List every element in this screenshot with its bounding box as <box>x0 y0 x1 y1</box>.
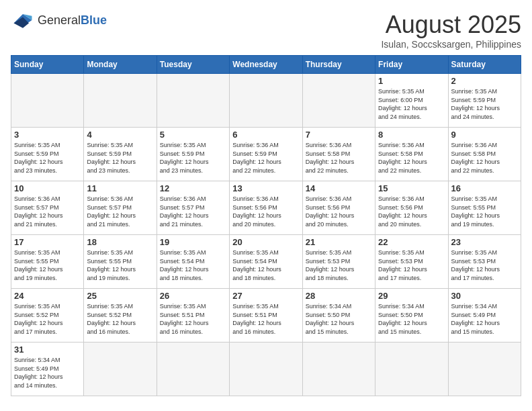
calendar-cell <box>375 342 448 396</box>
day-number: 22 <box>378 237 445 247</box>
day-number: 15 <box>378 183 445 193</box>
calendar-week-row: 24Sunrise: 5:35 AM Sunset: 5:52 PM Dayli… <box>11 289 521 342</box>
day-info: Sunrise: 5:35 AM Sunset: 5:55 PM Dayligh… <box>87 248 153 282</box>
logo-text: GeneralBlue <box>38 13 107 28</box>
calendar-cell: 15Sunrise: 5:36 AM Sunset: 5:56 PM Dayli… <box>375 181 448 235</box>
calendar-cell: 9Sunrise: 5:36 AM Sunset: 5:58 PM Daylig… <box>448 128 521 181</box>
weekday-header-wednesday: Wednesday <box>230 56 302 74</box>
calendar-cell: 20Sunrise: 5:35 AM Sunset: 5:54 PM Dayli… <box>230 235 302 289</box>
day-info: Sunrise: 5:35 AM Sunset: 5:54 PM Dayligh… <box>232 248 299 282</box>
day-info: Sunrise: 5:35 AM Sunset: 5:55 PM Dayligh… <box>451 195 518 228</box>
calendar-cell <box>230 74 302 128</box>
calendar-cell: 14Sunrise: 5:36 AM Sunset: 5:56 PM Dayli… <box>302 181 375 235</box>
day-info: Sunrise: 5:35 AM Sunset: 5:59 PM Dayligh… <box>87 141 153 175</box>
calendar-cell: 7Sunrise: 5:36 AM Sunset: 5:58 PM Daylig… <box>302 128 375 181</box>
calendar-cell: 2Sunrise: 5:35 AM Sunset: 5:59 PM Daylig… <box>448 74 521 128</box>
calendar-cell: 1Sunrise: 5:35 AM Sunset: 6:00 PM Daylig… <box>375 74 448 128</box>
day-info: Sunrise: 5:35 AM Sunset: 5:52 PM Dayligh… <box>14 302 81 336</box>
calendar-cell: 4Sunrise: 5:35 AM Sunset: 5:59 PM Daylig… <box>84 128 157 181</box>
calendar-cell: 17Sunrise: 5:35 AM Sunset: 5:55 PM Dayli… <box>11 235 84 289</box>
calendar-cell <box>157 74 229 128</box>
day-info: Sunrise: 5:36 AM Sunset: 5:56 PM Dayligh… <box>232 195 299 228</box>
calendar-cell: 23Sunrise: 5:35 AM Sunset: 5:53 PM Dayli… <box>448 235 521 289</box>
day-number: 4 <box>87 130 153 140</box>
day-number: 18 <box>87 237 153 247</box>
day-number: 3 <box>14 130 81 140</box>
calendar-cell: 6Sunrise: 5:36 AM Sunset: 5:59 PM Daylig… <box>230 128 302 181</box>
logo-icon <box>11 11 35 30</box>
weekday-header-sunday: Sunday <box>11 56 84 74</box>
page-header: GeneralBlue August 2025 Isulan, Soccsksa… <box>11 11 521 50</box>
day-number: 19 <box>160 237 226 247</box>
day-number: 27 <box>232 291 299 301</box>
calendar-cell: 27Sunrise: 5:35 AM Sunset: 5:51 PM Dayli… <box>230 289 302 342</box>
calendar-week-row: 17Sunrise: 5:35 AM Sunset: 5:55 PM Dayli… <box>11 235 521 289</box>
calendar-cell: 12Sunrise: 5:36 AM Sunset: 5:57 PM Dayli… <box>157 181 229 235</box>
day-info: Sunrise: 5:35 AM Sunset: 5:54 PM Dayligh… <box>160 248 226 282</box>
day-number: 9 <box>451 130 518 140</box>
calendar-cell: 31Sunrise: 5:34 AM Sunset: 5:49 PM Dayli… <box>11 342 84 396</box>
calendar-cell <box>230 342 302 396</box>
day-number: 14 <box>306 183 372 193</box>
day-number: 6 <box>232 130 299 140</box>
calendar-cell <box>302 342 375 396</box>
day-info: Sunrise: 5:34 AM Sunset: 5:50 PM Dayligh… <box>306 302 372 336</box>
day-info: Sunrise: 5:35 AM Sunset: 5:53 PM Dayligh… <box>451 248 518 282</box>
calendar-cell: 13Sunrise: 5:36 AM Sunset: 5:56 PM Dayli… <box>230 181 302 235</box>
calendar-cell: 8Sunrise: 5:36 AM Sunset: 5:58 PM Daylig… <box>375 128 448 181</box>
day-number: 13 <box>232 183 299 193</box>
day-number: 28 <box>306 291 372 301</box>
day-info: Sunrise: 5:34 AM Sunset: 5:49 PM Dayligh… <box>451 302 518 336</box>
day-number: 23 <box>451 237 518 247</box>
day-number: 20 <box>232 237 299 247</box>
calendar-title-section: August 2025 Isulan, Soccsksargen, Philip… <box>381 11 521 50</box>
day-number: 31 <box>14 345 81 355</box>
calendar-week-row: 1Sunrise: 5:35 AM Sunset: 6:00 PM Daylig… <box>11 74 521 128</box>
day-info: Sunrise: 5:36 AM Sunset: 5:57 PM Dayligh… <box>14 195 81 228</box>
day-number: 26 <box>160 291 226 301</box>
calendar-cell: 22Sunrise: 5:35 AM Sunset: 5:53 PM Dayli… <box>375 235 448 289</box>
day-number: 16 <box>451 183 518 193</box>
calendar-cell <box>84 342 157 396</box>
calendar-cell <box>302 74 375 128</box>
day-info: Sunrise: 5:35 AM Sunset: 5:51 PM Dayligh… <box>232 302 299 336</box>
calendar-cell: 10Sunrise: 5:36 AM Sunset: 5:57 PM Dayli… <box>11 181 84 235</box>
calendar-cell: 30Sunrise: 5:34 AM Sunset: 5:49 PM Dayli… <box>448 289 521 342</box>
day-number: 2 <box>451 76 518 86</box>
calendar-cell: 21Sunrise: 5:35 AM Sunset: 5:53 PM Dayli… <box>302 235 375 289</box>
day-number: 1 <box>378 76 445 86</box>
calendar-cell: 25Sunrise: 5:35 AM Sunset: 5:52 PM Dayli… <box>84 289 157 342</box>
day-info: Sunrise: 5:36 AM Sunset: 5:58 PM Dayligh… <box>451 141 518 175</box>
logo: GeneralBlue <box>11 11 107 30</box>
day-info: Sunrise: 5:35 AM Sunset: 5:59 PM Dayligh… <box>14 141 81 175</box>
day-info: Sunrise: 5:34 AM Sunset: 5:50 PM Dayligh… <box>378 302 445 336</box>
weekday-header-tuesday: Tuesday <box>157 56 229 74</box>
calendar-cell: 24Sunrise: 5:35 AM Sunset: 5:52 PM Dayli… <box>11 289 84 342</box>
day-number: 7 <box>306 130 372 140</box>
calendar-cell: 18Sunrise: 5:35 AM Sunset: 5:55 PM Dayli… <box>84 235 157 289</box>
calendar-cell: 5Sunrise: 5:35 AM Sunset: 5:59 PM Daylig… <box>157 128 229 181</box>
day-number: 10 <box>14 183 81 193</box>
day-number: 12 <box>160 183 226 193</box>
calendar-subtitle: Isulan, Soccsksargen, Philippines <box>381 39 521 50</box>
calendar-cell: 11Sunrise: 5:36 AM Sunset: 5:57 PM Dayli… <box>84 181 157 235</box>
weekday-header-thursday: Thursday <box>302 56 375 74</box>
weekday-header-monday: Monday <box>84 56 157 74</box>
day-info: Sunrise: 5:35 AM Sunset: 5:55 PM Dayligh… <box>14 248 81 282</box>
day-info: Sunrise: 5:36 AM Sunset: 5:57 PM Dayligh… <box>160 195 226 228</box>
day-info: Sunrise: 5:36 AM Sunset: 5:57 PM Dayligh… <box>87 195 153 228</box>
calendar-cell: 16Sunrise: 5:35 AM Sunset: 5:55 PM Dayli… <box>448 181 521 235</box>
day-number: 17 <box>14 237 81 247</box>
day-info: Sunrise: 5:35 AM Sunset: 5:51 PM Dayligh… <box>160 302 226 336</box>
weekday-header-friday: Friday <box>375 56 448 74</box>
day-info: Sunrise: 5:35 AM Sunset: 5:53 PM Dayligh… <box>306 248 372 282</box>
day-info: Sunrise: 5:35 AM Sunset: 5:53 PM Dayligh… <box>378 248 445 282</box>
calendar-cell: 29Sunrise: 5:34 AM Sunset: 5:50 PM Dayli… <box>375 289 448 342</box>
day-info: Sunrise: 5:36 AM Sunset: 5:58 PM Dayligh… <box>306 141 372 175</box>
day-number: 8 <box>378 130 445 140</box>
calendar-table: SundayMondayTuesdayWednesdayThursdayFrid… <box>11 55 521 396</box>
calendar-cell: 19Sunrise: 5:35 AM Sunset: 5:54 PM Dayli… <box>157 235 229 289</box>
day-info: Sunrise: 5:36 AM Sunset: 5:56 PM Dayligh… <box>378 195 445 228</box>
calendar-week-row: 10Sunrise: 5:36 AM Sunset: 5:57 PM Dayli… <box>11 181 521 235</box>
day-number: 5 <box>160 130 226 140</box>
